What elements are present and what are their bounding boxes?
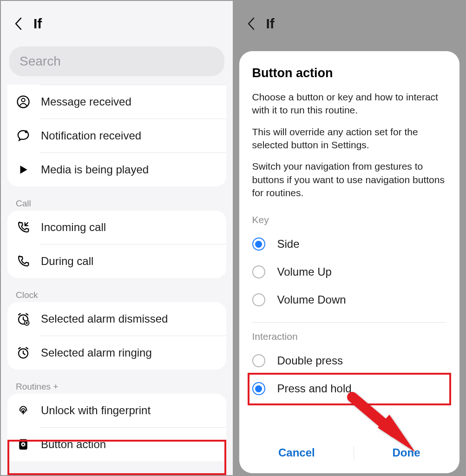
list-item-label: Button action — [41, 438, 106, 451]
svg-point-1 — [21, 99, 25, 102]
section-header-call: Call — [1, 192, 233, 211]
modal-title: Button action — [252, 66, 447, 80]
list-card-routines: Unlock with fingerprint Button action — [7, 394, 226, 461]
radio-icon — [252, 238, 265, 251]
button-action-modal: Button action Choose a button or key and… — [239, 51, 460, 473]
divider — [354, 446, 354, 460]
header: If — [1, 1, 233, 43]
play-icon — [16, 162, 31, 177]
radio-volume-down[interactable]: Volume Down — [252, 286, 447, 314]
radio-icon — [252, 354, 265, 367]
left-screen: If Search Message received Notification … — [1, 1, 233, 475]
list-item-alarm-ringing[interactable]: Selected alarm ringing — [7, 336, 226, 370]
list-item-label: Unlock with fingerprint — [41, 404, 151, 417]
svg-point-2 — [25, 130, 27, 133]
radio-double-press[interactable]: Double press — [252, 347, 447, 375]
list-card-clock: Selected alarm dismissed Selected alarm … — [7, 302, 226, 370]
back-icon[interactable] — [12, 17, 25, 30]
modal-desc-3: Switch your navigation from gestures to … — [252, 160, 447, 199]
modal-desc-2: This will override any action set for th… — [252, 126, 447, 152]
list-item-label: Media is being played — [41, 163, 149, 176]
button-gear-icon — [16, 437, 31, 452]
radio-press-and-hold[interactable]: Press and hold — [252, 375, 447, 403]
radio-label: Press and hold — [277, 382, 352, 395]
radio-icon — [252, 265, 265, 278]
radio-label: Side — [277, 238, 300, 251]
list-item-notification-received[interactable]: Notification received — [7, 119, 226, 152]
svg-point-8 — [22, 443, 24, 445]
radio-side[interactable]: Side — [252, 230, 447, 258]
list-item-label: Selected alarm ringing — [41, 346, 152, 359]
alarm-ringing-icon — [16, 345, 31, 360]
list-item-label: During call — [41, 255, 93, 268]
back-icon[interactable] — [245, 17, 258, 30]
radio-label: Double press — [277, 354, 343, 367]
interaction-radio-group: Double press Press and hold — [252, 347, 447, 403]
radio-icon — [252, 382, 265, 395]
right-screen: If Button action Choose a button or key … — [234, 1, 466, 475]
radio-label: Volume Down — [277, 293, 346, 306]
list-item-label: Notification received — [41, 129, 141, 142]
chat-bubble-icon — [16, 128, 31, 143]
list-item-during-call[interactable]: During call — [7, 245, 226, 278]
incoming-call-icon — [16, 220, 31, 235]
alarm-dismissed-icon — [16, 311, 31, 326]
list-item-message-received[interactable]: Message received — [7, 85, 226, 119]
list-item-label: Selected alarm dismissed — [41, 312, 168, 325]
list-item-label: Message received — [41, 95, 131, 108]
list-card-top: Message received Notification received M… — [7, 85, 226, 186]
list-item-alarm-dismissed[interactable]: Selected alarm dismissed — [7, 302, 226, 336]
list-card-call: Incoming call During call — [7, 211, 226, 278]
key-section-label: Key — [252, 214, 447, 225]
message-user-icon — [16, 94, 31, 109]
interaction-section-label: Interaction — [252, 331, 447, 342]
modal-actions: Cancel Done — [252, 434, 447, 468]
fingerprint-icon — [16, 403, 31, 418]
section-header-clock: Clock — [1, 284, 233, 302]
phone-icon — [16, 254, 31, 269]
divider — [252, 322, 447, 323]
page-title: If — [266, 16, 275, 32]
list-item-label: Incoming call — [41, 221, 106, 234]
radio-volume-up[interactable]: Volume Up — [252, 258, 447, 286]
list-item-button-action[interactable]: Button action — [7, 428, 226, 461]
key-radio-group: Side Volume Up Volume Down — [252, 230, 447, 314]
list-item-media-playing[interactable]: Media is being played — [7, 153, 226, 186]
cancel-button[interactable]: Cancel — [264, 443, 329, 463]
search-input[interactable]: Search — [9, 46, 224, 76]
list-item-incoming-call[interactable]: Incoming call — [7, 211, 226, 244]
radio-icon — [252, 293, 265, 306]
radio-label: Volume Up — [277, 265, 332, 278]
modal-desc-1: Choose a button or key and how to intera… — [252, 91, 447, 117]
header: If — [234, 1, 466, 43]
list-item-unlock-fingerprint[interactable]: Unlock with fingerprint — [7, 394, 226, 427]
search-placeholder: Search — [20, 54, 61, 68]
page-title: If — [33, 16, 42, 32]
done-button[interactable]: Done — [379, 443, 434, 463]
section-header-routines: Routines + — [1, 375, 233, 394]
